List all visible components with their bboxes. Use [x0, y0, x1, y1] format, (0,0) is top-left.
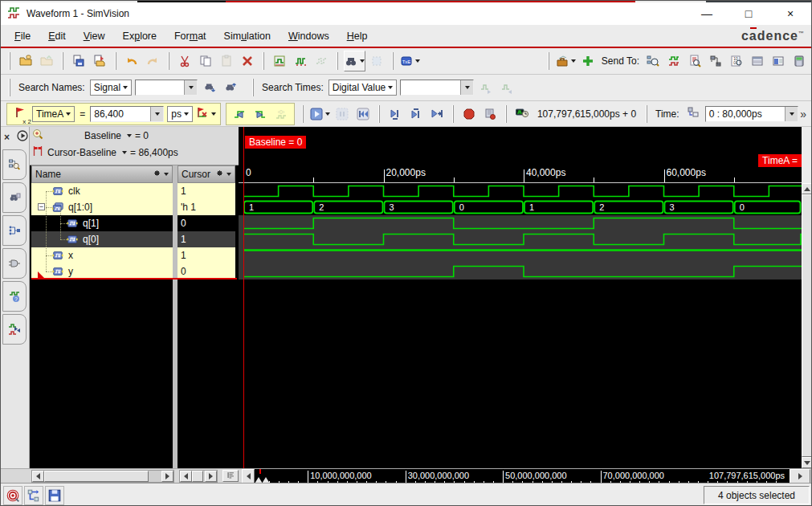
- signal-search-tab[interactable]: [2, 182, 27, 213]
- overview-scroll-left-button[interactable]: [242, 469, 255, 484]
- maximize-button[interactable]: □: [732, 5, 765, 22]
- run-to-next-button[interactable]: [386, 104, 405, 124]
- scroll-up-button[interactable]: [802, 183, 812, 194]
- cursor-column-scrollbar[interactable]: [179, 470, 218, 483]
- snoop-target-button[interactable]: [3, 486, 22, 505]
- toolbar-overflow-chevron[interactable]: »: [800, 108, 806, 120]
- cursor-value-q[1][interactable]: 0: [177, 215, 235, 231]
- chevron-down-icon[interactable]: [127, 134, 132, 137]
- signal-row-x[interactable]: x: [31, 247, 173, 263]
- simulation-time-button[interactable]: [512, 104, 532, 124]
- delete-button[interactable]: [238, 51, 257, 71]
- zoom-cursor-icon[interactable]: [31, 128, 44, 143]
- scroll-left-button[interactable]: [32, 471, 44, 482]
- chevron-down-icon[interactable]: [226, 173, 231, 176]
- add-window-button[interactable]: [578, 51, 598, 71]
- send-to-schematic-tracer-button[interactable]: [706, 51, 725, 71]
- toolbar-grip[interactable]: [452, 105, 454, 123]
- toolbar-grip[interactable]: [115, 52, 116, 70]
- search-times-input[interactable]: [400, 80, 474, 96]
- scroll-right-button[interactable]: [205, 471, 217, 482]
- chevron-down-icon[interactable]: [122, 151, 127, 154]
- toolbar-grip[interactable]: [62, 52, 63, 70]
- menu-view[interactable]: View: [75, 27, 114, 45]
- send-to-watch-list-button[interactable]: [748, 51, 767, 71]
- reset-to-start-button[interactable]: [353, 104, 373, 124]
- signal-row-q[1:0][interactable]: −q[1:0]: [31, 199, 173, 215]
- horizontal-scroll-thumb[interactable]: [192, 471, 203, 482]
- scroll-left-button[interactable]: [180, 471, 192, 482]
- send-to-source-browser-button[interactable]: [685, 51, 704, 71]
- waveform-compare-tab[interactable]: [2, 314, 27, 345]
- next-edge-button[interactable]: [251, 104, 270, 124]
- gear-icon[interactable]: [215, 169, 224, 180]
- time-link-button[interactable]: [683, 104, 703, 124]
- vertical-scroll-thumb[interactable]: [802, 194, 812, 457]
- baseline-cursor-line[interactable]: [243, 127, 244, 468]
- group-waveform-button[interactable]: [270, 51, 289, 71]
- expand-levels-button[interactable]: [222, 470, 239, 482]
- menu-windows[interactable]: Windows: [280, 27, 338, 45]
- search-names-type-select[interactable]: Signal: [90, 80, 132, 96]
- menu-format[interactable]: Format: [165, 27, 215, 45]
- waveform-panel[interactable]: Baseline = 0 TimeA = 020,000ps40,000ps60…: [239, 127, 802, 468]
- cursor-value-clk[interactable]: 1: [177, 183, 235, 199]
- cut-button[interactable]: [175, 51, 194, 71]
- search-binoculars-button[interactable]: [344, 51, 365, 71]
- toolbar-grip[interactable]: [9, 52, 10, 70]
- panel-expand-icon[interactable]: [16, 129, 29, 145]
- search-down-button[interactable]: [200, 77, 219, 98]
- signal-row-clk[interactable]: clk: [31, 183, 173, 199]
- search-times-type-select[interactable]: Digital Value: [328, 80, 397, 96]
- horizontal-scroll-thumb[interactable]: [44, 471, 149, 482]
- save-state-button[interactable]: [45, 486, 64, 505]
- waveform-help-tab[interactable]: ?: [2, 281, 27, 312]
- overview-scroll-right-button[interactable]: [790, 469, 810, 484]
- scroll-right-button[interactable]: [161, 471, 173, 482]
- cursor-value-x[interactable]: 1: [177, 247, 235, 263]
- menu-edit[interactable]: Edit: [39, 27, 75, 45]
- breakpoints-button[interactable]: [480, 104, 500, 124]
- previous-edge-button[interactable]: [230, 104, 249, 124]
- toolbar-grip[interactable]: [378, 105, 380, 123]
- copy-button[interactable]: [196, 51, 215, 71]
- cursor-time-input[interactable]: 86,400: [90, 106, 164, 122]
- cursor-baseline-label[interactable]: Cursor-Baseline: [47, 147, 116, 158]
- send-to-signal-flow-browser-button[interactable]: 1001: [727, 51, 746, 71]
- toolbar-grip[interactable]: [505, 105, 507, 123]
- step-over-button[interactable]: [427, 104, 447, 124]
- toolbar-grip[interactable]: [392, 52, 394, 70]
- gear-icon[interactable]: [153, 169, 161, 180]
- send-to-waveform-button[interactable]: [664, 51, 683, 71]
- toolbar-grip[interactable]: [263, 52, 264, 70]
- time-overview-bar[interactable]: 10,000,000,00030,000,000,00050,000,000,0…: [242, 469, 812, 484]
- menu-help[interactable]: Help: [338, 27, 377, 45]
- run-to-return-button[interactable]: [406, 104, 426, 124]
- minimize-button[interactable]: —: [691, 5, 723, 22]
- delete-marker-button[interactable]: [195, 104, 217, 124]
- stop-button[interactable]: [459, 104, 479, 124]
- signal-row-y[interactable]: y: [31, 263, 173, 280]
- toolbar-grip[interactable]: [9, 79, 10, 96]
- signal-row-q[0][interactable]: q[0]: [31, 231, 173, 247]
- signal-row-q[1][interactable]: q[1]: [31, 215, 173, 231]
- cursor-value-y[interactable]: 0: [177, 263, 235, 280]
- overview-axis[interactable]: 10,000,000,00030,000,000,00050,000,000,0…: [255, 469, 790, 484]
- design-browser-tab[interactable]: [2, 149, 27, 180]
- search-up-button[interactable]: [221, 77, 240, 98]
- mnemonic-map-button[interactable]: TxE: [399, 51, 421, 71]
- save-signal-list-button[interactable]: [69, 51, 88, 71]
- close-button[interactable]: ×: [774, 5, 806, 22]
- cursor-select[interactable]: TimeA: [32, 106, 75, 122]
- toolbar-grip[interactable]: [646, 105, 647, 123]
- toolbar-grip[interactable]: [302, 105, 304, 123]
- scroll-down-button[interactable]: [802, 457, 812, 468]
- timeline-ruler[interactable]: 020,000ps40,000ps60,000ps: [239, 165, 802, 183]
- expand-sequence-button[interactable]: [291, 51, 310, 71]
- send-to-calculator-button[interactable]: [790, 51, 809, 71]
- schematic-tab[interactable]: [2, 248, 27, 279]
- open-database-button[interactable]: [16, 51, 35, 71]
- waveform-vertical-scrollbar[interactable]: [802, 127, 812, 468]
- baseline-marker-tag[interactable]: Baseline = 0: [245, 136, 306, 149]
- cursor-flag-icon[interactable]: [31, 145, 44, 160]
